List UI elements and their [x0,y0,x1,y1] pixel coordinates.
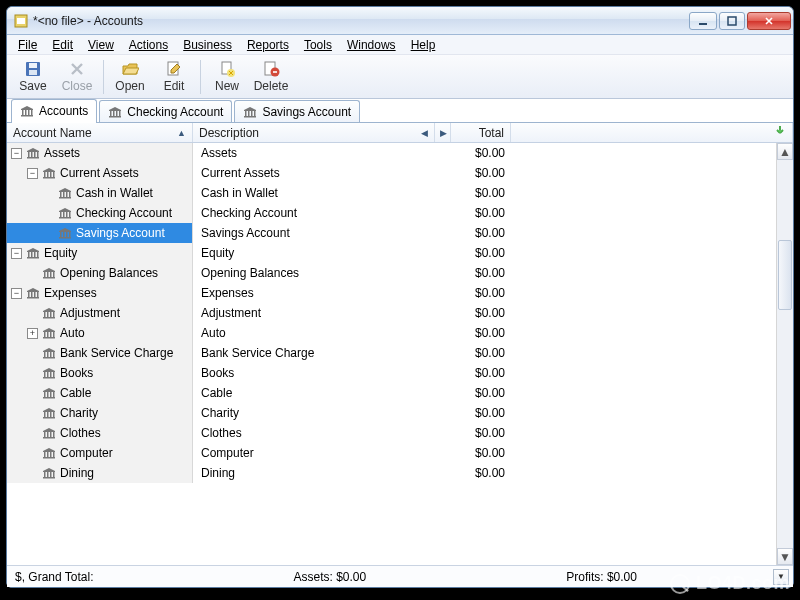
delete-button[interactable]: Delete [249,57,293,97]
scroll-right-icon: ▶ [440,128,447,138]
svg-rect-56 [27,257,39,259]
svg-rect-6 [29,70,37,75]
expand-icon[interactable]: + [27,328,38,339]
maximize-button[interactable] [719,12,745,30]
svg-rect-72 [44,332,46,337]
bank-icon [42,387,56,399]
svg-rect-36 [43,177,55,179]
menu-business[interactable]: Business [176,36,239,54]
menu-actions[interactable]: Actions [122,36,175,54]
col-filler[interactable] [511,123,793,142]
cell-total: $0.00 [451,363,511,383]
col-total[interactable]: Total [451,123,511,142]
svg-rect-106 [43,457,55,459]
collapse-icon[interactable]: − [11,148,22,159]
cell-desc: Current Assets [193,163,451,183]
vertical-scrollbar[interactable]: ▲ ▼ [776,143,793,565]
svg-rect-85 [53,372,55,377]
grid-body: −AssetsAssets$0.00−Current AssetsCurrent… [7,143,793,565]
table-row[interactable]: −EquityEquity$0.00 [7,243,776,263]
svg-rect-24 [251,111,253,116]
collapse-icon[interactable]: − [11,248,22,259]
svg-rect-77 [44,352,46,357]
table-row[interactable]: Bank Service ChargeBank Service Charge$0… [7,343,776,363]
table-row[interactable]: Opening BalancesOpening Balances$0.00 [7,263,776,283]
table-row[interactable]: +AutoAuto$0.00 [7,323,776,343]
col-account-name[interactable]: Account Name▲ [7,123,193,142]
cell-desc: Checking Account [193,203,451,223]
open-button[interactable]: Open [108,57,152,97]
collapse-icon[interactable]: − [11,288,22,299]
cell-desc: Savings Account [193,223,451,243]
svg-rect-63 [31,292,33,297]
menu-windows[interactable]: Windows [340,36,403,54]
cell-desc: Expenses [193,283,451,303]
svg-rect-104 [50,452,52,457]
svg-rect-34 [50,172,52,177]
bank-icon [58,207,72,219]
cell-total: $0.00 [451,223,511,243]
menu-reports[interactable]: Reports [240,36,296,54]
menu-file[interactable]: File [11,36,44,54]
svg-rect-48 [63,232,65,237]
table-row[interactable]: AdjustmentAdjustment$0.00 [7,303,776,323]
cell-name: Computer [7,443,193,463]
cell-desc: Computer [193,443,451,463]
titlebar[interactable]: *<no file> - Accounts [7,7,793,35]
svg-rect-43 [63,212,65,217]
svg-rect-39 [66,192,68,197]
bank-icon [58,227,72,239]
svg-rect-30 [37,152,39,157]
minimize-button[interactable] [689,12,717,30]
table-row[interactable]: Cash in WalletCash in Wallet$0.00 [7,183,776,203]
scroll-thumb[interactable] [778,240,792,310]
account-name: Clothes [60,426,101,440]
svg-rect-20 [119,111,121,116]
close-button[interactable] [747,12,791,30]
table-row[interactable]: −ExpensesExpenses$0.00 [7,283,776,303]
table-row[interactable]: BooksBooks$0.00 [7,363,776,383]
table-row[interactable]: ComputerComputer$0.00 [7,443,776,463]
collapse-icon[interactable]: − [27,168,38,179]
table-row[interactable]: CableCable$0.00 [7,383,776,403]
bank-icon [42,447,56,459]
arrow-down-icon[interactable] [774,125,786,140]
cell-total: $0.00 [451,423,511,443]
menu-view[interactable]: View [81,36,121,54]
svg-rect-94 [50,412,52,417]
svg-rect-65 [37,292,39,297]
edit-button[interactable]: Edit [152,57,196,97]
table-row[interactable]: Checking AccountChecking Account$0.00 [7,203,776,223]
svg-rect-74 [50,332,52,337]
menu-edit[interactable]: Edit [45,36,80,54]
scroll-up-button[interactable]: ▲ [777,143,793,160]
svg-rect-90 [53,392,55,397]
account-name: Books [60,366,93,380]
cell-desc: Adjustment [193,303,451,323]
menubar: File Edit View Actions Business Reports … [7,35,793,55]
scroll-track[interactable] [777,160,793,548]
col-spacer[interactable]: ▶ [435,123,451,142]
table-row[interactable]: ClothesClothes$0.00 [7,423,776,443]
table-row[interactable]: −AssetsAssets$0.00 [7,143,776,163]
table-row[interactable]: −Current AssetsCurrent Assets$0.00 [7,163,776,183]
table-row[interactable]: CharityCharity$0.00 [7,403,776,423]
svg-rect-5 [29,63,37,68]
col-description[interactable]: Description◀ [193,123,435,142]
table-row[interactable]: DiningDining$0.00 [7,463,776,483]
menu-tools[interactable]: Tools [297,36,339,54]
table-row[interactable]: Savings AccountSavings Account$0.00 [7,223,776,243]
tab-checking-account[interactable]: Checking Account [99,100,232,122]
rows-container[interactable]: −AssetsAssets$0.00−Current AssetsCurrent… [7,143,776,565]
svg-rect-68 [47,312,49,317]
save-button[interactable]: Save [11,57,55,97]
tab-accounts[interactable]: Accounts [11,99,97,122]
delete-label: Delete [254,79,289,93]
scroll-down-button[interactable]: ▼ [777,548,793,565]
svg-rect-17 [110,111,112,116]
new-button[interactable]: New [205,57,249,97]
menu-help[interactable]: Help [404,36,443,54]
tab-savings-account[interactable]: Savings Account [234,100,360,122]
svg-rect-82 [44,372,46,377]
account-name: Checking Account [76,206,172,220]
